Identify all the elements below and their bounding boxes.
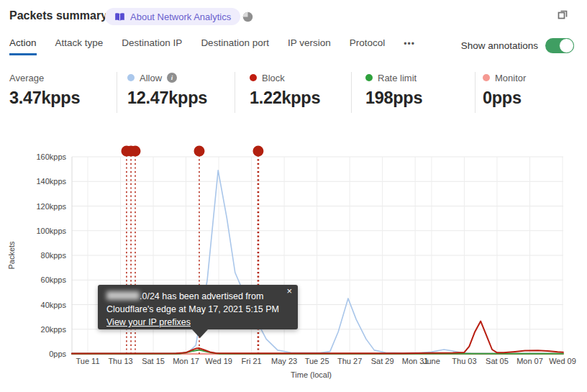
tooltip-line2: Cloudflare's edge at May 17, 2021 5:15 P… [106,303,289,316]
page-title: Packets summary [9,9,107,22]
divider [117,72,117,113]
svg-text:60kpps: 60kpps [41,275,67,284]
tooltip-arrow [192,329,208,338]
tooltip-line1: .0/24 has been advertised from [106,290,289,303]
tab-destination-port[interactable]: Destination port [201,37,269,55]
pie-chart-icon[interactable] [242,12,253,22]
tab-ip-version[interactable]: IP version [288,37,331,55]
stat-block: Block 1.22kpps [250,72,320,108]
svg-text:June: June [423,357,440,365]
tab-action[interactable]: Action [9,37,37,55]
svg-text:Sat 05: Sat 05 [486,357,509,365]
show-annotations-label: Show annotations [461,40,538,51]
svg-text:120kpps: 120kpps [36,202,66,211]
info-icon[interactable]: i [167,73,177,83]
svg-text:40kpps: 40kpps [41,301,67,309]
stat-label: Allow [140,73,162,83]
svg-text:80kpps: 80kpps [41,251,67,260]
badge-label: About Network Analytics [130,12,231,22]
svg-text:Packets: Packets [7,241,16,270]
tab-protocol[interactable]: Protocol [350,37,386,55]
stat-label: Rate limit [378,73,417,83]
about-network-analytics-badge[interactable]: About Network Analytics [105,8,240,25]
divider [351,72,352,113]
packets-time-series-chart: 0pps20kpps40kpps60kpps80kpps100kpps120kp… [0,137,587,392]
svg-text:140kpps: 140kpps [36,177,66,186]
svg-text:Wed 19: Wed 19 [205,357,232,365]
divider [475,72,475,113]
stat-value: 0pps [483,88,526,108]
svg-text:Thu 13: Thu 13 [108,357,132,365]
redacted-ip-prefix [106,291,140,300]
svg-text:Mon 17: Mon 17 [173,357,199,365]
svg-text:Sat 15: Sat 15 [142,357,165,365]
annotation-tooltip: × .0/24 has been advertised from Cloudfl… [98,285,298,329]
svg-text:20kpps: 20kpps [41,325,67,334]
stats-row: Average 3.47kpps Allow i 12.47kpps Block… [0,72,587,115]
stat-average: Average 3.47kpps [9,72,80,108]
book-icon [114,12,125,22]
close-icon[interactable]: × [286,286,292,296]
svg-text:Wed 09: Wed 09 [549,357,576,365]
svg-text:Thu 03: Thu 03 [452,357,476,365]
allow-dot [127,74,135,81]
svg-text:100kpps: 100kpps [36,227,66,235]
svg-text:Time (local): Time (local) [291,370,332,379]
svg-text:0pps: 0pps [49,350,66,358]
stat-label: Average [9,73,44,83]
stat-value: 198pps [365,88,422,108]
tab-destination-ip[interactable]: Destination IP [122,37,182,55]
svg-text:Thu 27: Thu 27 [337,357,362,365]
monitor-dot [483,74,490,81]
stat-value: 3.47kpps [9,88,80,108]
toggle-knob [559,38,574,53]
stat-monitor: Monitor 0pps [483,72,526,108]
rate-limit-dot [365,74,373,81]
view-ip-prefixes-link[interactable]: View your IP prefixes [106,317,191,327]
svg-text:May 23: May 23 [271,357,297,365]
svg-text:Tue 25: Tue 25 [305,357,329,365]
more-tabs-icon[interactable]: ••• [404,39,415,55]
svg-text:Mon 07: Mon 07 [517,357,543,365]
divider [235,72,235,113]
copy-icon[interactable] [555,8,570,22]
show-annotations-toggle[interactable] [545,38,574,53]
svg-text:Fri 21: Fri 21 [242,357,262,365]
block-dot [250,74,257,81]
stat-label: Monitor [495,73,526,83]
svg-text:160kpps: 160kpps [36,152,66,161]
stat-label: Block [262,73,285,83]
stat-rate-limit: Rate limit 198pps [365,72,422,108]
svg-text:Sat 29: Sat 29 [371,357,394,365]
tab-bar: Action Attack type Destination IP Destin… [9,37,415,55]
stat-allow: Allow i 12.47kpps [127,72,207,108]
stat-value: 1.22kpps [250,88,320,108]
stat-value: 12.47kpps [127,88,207,108]
tab-attack-type[interactable]: Attack type [55,37,104,55]
show-annotations-control: Show annotations [461,38,574,53]
svg-text:Tue 11: Tue 11 [76,357,99,365]
packets-summary-panel: Packets summary About Network Analytics … [0,0,587,392]
